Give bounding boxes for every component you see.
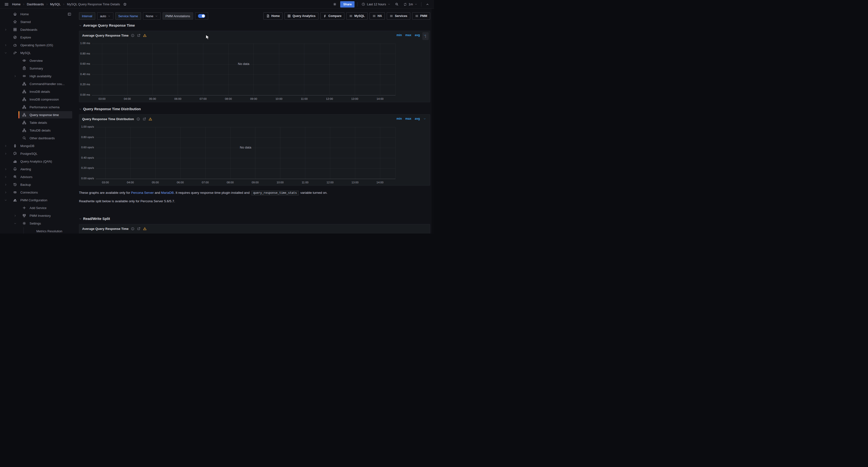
info-icon[interactable] [131, 227, 134, 231]
sidebar-item-command-handler-cou[interactable]: Command/Handler cou... [0, 80, 75, 88]
sidebar-item-mongodb[interactable]: MongoDB [0, 142, 75, 150]
legend-item-max[interactable]: max [405, 117, 411, 121]
chevron-down-icon[interactable] [423, 34, 426, 37]
section-header-read-write-split[interactable]: Read/Write Split [79, 217, 430, 221]
section-header-average-query-response-time[interactable]: Average Query Response Time [79, 24, 430, 27]
sidebar-item-pmm-inventory[interactable]: PMM Inventory [0, 212, 75, 220]
favorite-star-button[interactable] [122, 1, 127, 7]
chevron-right-icon[interactable] [4, 28, 7, 31]
sidebar-item-summary[interactable]: Summary [0, 64, 75, 72]
link-button-pmm[interactable]: PMM [412, 12, 430, 20]
sidebar-item-explore[interactable]: Explore [0, 33, 75, 41]
sidebar-item-alerting[interactable]: Alerting [0, 165, 75, 173]
sidebar-item-mysql[interactable]: MySQL [0, 49, 75, 57]
link-button-services[interactable]: Services [387, 12, 410, 20]
sidebar-item-home[interactable]: Home [0, 10, 75, 18]
legend-item-min[interactable]: min [397, 33, 402, 37]
gridline-v [228, 43, 228, 95]
cog-icon [22, 222, 26, 225]
chevron-down-icon[interactable] [423, 118, 426, 120]
legend-item-min[interactable]: min [397, 117, 402, 121]
sidebar-item-other-dashboards[interactable]: Other dashboards [0, 134, 75, 142]
link-button-label: Home [271, 14, 280, 18]
service-name-variable-select[interactable]: None [143, 12, 161, 20]
percona-server-link[interactable]: Percona Server [131, 191, 154, 195]
chevron-down-icon [4, 199, 7, 202]
time-range-picker[interactable]: Last 12 hours [361, 2, 391, 6]
collapse-navbar-button[interactable] [424, 1, 431, 7]
warning-icon[interactable] [143, 34, 147, 37]
chevron-down-icon[interactable] [4, 199, 7, 202]
link-button-ha[interactable]: HA [370, 12, 385, 20]
sidebar-item-high-availability[interactable]: High availability [0, 72, 75, 80]
pmm-annotations-toggle[interactable] [195, 12, 208, 20]
sidebar-item-postgresql[interactable]: PostgreSQL [0, 150, 75, 158]
breadcrumb-item[interactable]: Dashboards [27, 2, 44, 6]
sidebar-item-advisors[interactable]: Advisors [0, 173, 75, 181]
sidebar-item-starred[interactable]: Starred [0, 18, 75, 26]
sidebar-item-settings[interactable]: Settings [0, 220, 75, 227]
refresh-picker[interactable]: 1m [403, 2, 418, 6]
sidebar-item-table-details[interactable]: Table details [0, 119, 75, 127]
info-icon[interactable] [131, 34, 134, 37]
info-icon[interactable] [136, 117, 140, 121]
panel-title[interactable]: Query Response Time Distribution [82, 117, 134, 121]
chevron-right-icon[interactable] [4, 191, 7, 194]
sidebar-item-dashboards[interactable]: Dashboards [0, 26, 75, 33]
sidebar-item-overview[interactable]: Overview [0, 57, 75, 64]
sidebar-item-innodb-details[interactable]: InnoDB details [0, 88, 75, 95]
link-button-query-analytics[interactable]: Query Analytics [284, 12, 318, 20]
file-icon [266, 14, 270, 18]
sidebar-item-connections[interactable]: Connections [0, 189, 75, 196]
link-button-mysql[interactable]: MySQL [346, 12, 368, 20]
warning-icon[interactable] [143, 227, 147, 231]
x-axis-tick-label: 12:00 [327, 181, 334, 184]
sidebar-item-performance-schema[interactable]: Performance schema [0, 103, 75, 111]
sidebar-item-query-response-time[interactable]: Query response time [0, 111, 75, 119]
link-button-compare[interactable]: Compare [320, 12, 344, 20]
section-header-query-response-time-distribution[interactable]: Query Response Time Distribution [79, 107, 430, 111]
sidebar-item-pmm-configuration[interactable]: PMM Configuration [0, 196, 75, 204]
warning-icon[interactable] [149, 117, 152, 121]
gridline-v [230, 127, 230, 179]
interval-variable-select[interactable]: auto [97, 12, 114, 20]
chevron-right-icon[interactable] [4, 44, 7, 46]
sidebar-item-metrics-resolution[interactable]: Metrics Resolution [0, 227, 75, 234]
sidebar-item-tokudb-details[interactable]: TokuDB details [0, 127, 75, 134]
sidebar-item-label: Table details [30, 121, 47, 125]
menu-toggle-button[interactable] [3, 1, 10, 7]
legend-item-max[interactable]: max [405, 33, 411, 37]
chevron-right-icon[interactable] [14, 75, 17, 77]
breadcrumb-item[interactable]: Home [12, 2, 21, 6]
page-scrollbar[interactable] [432, 9, 434, 234]
sidebar-item-backup[interactable]: Backup [0, 181, 75, 189]
chevron-right-icon[interactable] [4, 153, 7, 155]
sidebar-item-innodb-compression[interactable]: InnoDB compression [0, 95, 75, 103]
panel-title[interactable]: Average Query Response Time [82, 227, 128, 231]
chevron-right-icon[interactable] [4, 144, 7, 147]
chevron-right-icon[interactable] [4, 184, 7, 186]
dashboard-settings-button[interactable] [332, 1, 338, 7]
breadcrumb-item[interactable]: MySQL [50, 2, 61, 6]
chevron-down-icon[interactable] [14, 222, 17, 225]
external-link-icon[interactable] [137, 227, 141, 231]
zoom-out-time-button[interactable] [394, 1, 400, 7]
chevron-down-icon[interactable] [4, 52, 7, 54]
chevron-right-icon [4, 153, 7, 155]
legend-item-avg[interactable]: avg [414, 33, 420, 37]
chevron-right-icon[interactable] [4, 176, 7, 178]
sidebar-item-operating-system-os[interactable]: Operating System (OS) [0, 41, 75, 49]
external-link-icon[interactable] [143, 117, 146, 121]
panel-title[interactable]: Average Query Response Time [82, 34, 128, 37]
legend-item-avg[interactable]: avg [414, 117, 420, 121]
external-link-icon[interactable] [137, 34, 141, 37]
chevron-right-icon[interactable] [14, 214, 17, 217]
note-text: . It requires query response time plugin… [174, 191, 251, 195]
share-button[interactable]: Share [340, 1, 354, 7]
chevron-right-icon[interactable] [4, 168, 7, 170]
mariadb-link[interactable]: MariaDB [161, 191, 174, 195]
panel-left-icon[interactable] [68, 12, 71, 16]
sidebar-item-query-analytics-qan[interactable]: Query Analytics (QAN) [0, 158, 75, 165]
sidebar-item-add-service[interactable]: Add Service [0, 204, 75, 212]
link-button-home[interactable]: Home [264, 12, 283, 20]
